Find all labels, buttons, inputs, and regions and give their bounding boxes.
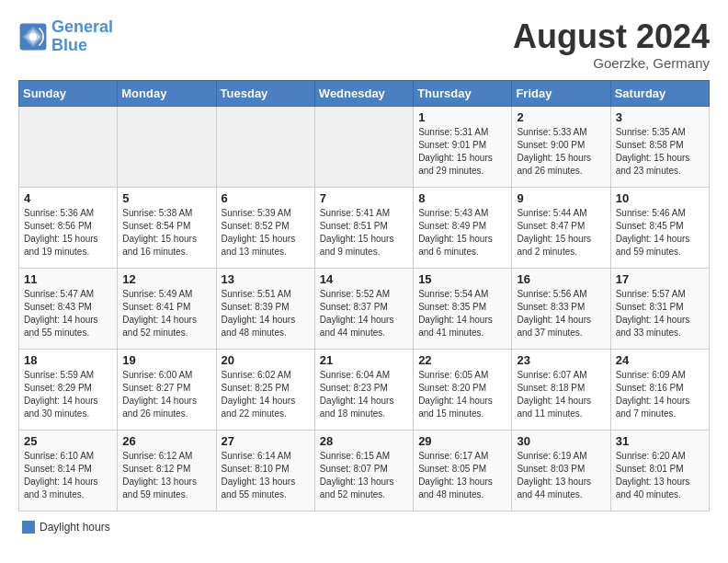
day-info: Sunrise: 6:04 AMSunset: 8:23 PMDaylight:… — [320, 369, 408, 420]
calendar-table: Sunday Monday Tuesday Wednesday Thursday… — [18, 80, 710, 511]
day-info: Sunrise: 5:59 AMSunset: 8:29 PMDaylight:… — [24, 369, 112, 420]
day-number: 13 — [222, 272, 310, 286]
logo-line1: General — [51, 17, 113, 36]
calendar-cell — [314, 106, 413, 187]
day-info: Sunrise: 5:51 AMSunset: 8:39 PMDaylight:… — [222, 288, 310, 339]
day-info: Sunrise: 5:39 AMSunset: 8:52 PMDaylight:… — [222, 207, 310, 259]
calendar-cell: 28Sunrise: 6:15 AMSunset: 8:07 PMDayligh… — [314, 430, 413, 511]
day-info: Sunrise: 5:38 AMSunset: 8:54 PMDaylight:… — [122, 207, 210, 259]
calendar-week-4: 25Sunrise: 6:10 AMSunset: 8:14 PMDayligh… — [19, 430, 710, 511]
title-block: August 2024 Goerzke, Germany — [513, 18, 710, 71]
day-number: 28 — [320, 434, 408, 448]
calendar-cell: 26Sunrise: 6:12 AMSunset: 8:12 PMDayligh… — [118, 430, 216, 511]
calendar-cell: 6Sunrise: 5:39 AMSunset: 8:52 PMDaylight… — [216, 187, 314, 268]
calendar-cell: 20Sunrise: 6:02 AMSunset: 8:25 PMDayligh… — [216, 349, 314, 430]
day-info: Sunrise: 5:52 AMSunset: 8:37 PMDaylight:… — [320, 288, 408, 339]
page-header: General Blue August 2024 Goerzke, German… — [18, 18, 710, 71]
col-monday: Monday — [118, 80, 216, 106]
calendar-cell: 11Sunrise: 5:47 AMSunset: 8:43 PMDayligh… — [19, 268, 118, 349]
calendar-cell: 3Sunrise: 5:35 AMSunset: 8:58 PMDaylight… — [610, 106, 709, 187]
day-number: 17 — [616, 272, 704, 286]
calendar-cell: 4Sunrise: 5:36 AMSunset: 8:56 PMDaylight… — [19, 187, 118, 268]
day-number: 30 — [517, 434, 605, 448]
calendar-cell: 31Sunrise: 6:20 AMSunset: 8:01 PMDayligh… — [610, 430, 709, 511]
day-number: 3 — [616, 110, 704, 124]
logo: General Blue — [18, 18, 113, 55]
calendar-cell: 1Sunrise: 5:31 AMSunset: 9:01 PMDaylight… — [414, 106, 512, 187]
day-number: 1 — [418, 110, 506, 124]
calendar-cell: 2Sunrise: 5:33 AMSunset: 9:00 PMDaylight… — [512, 106, 610, 187]
calendar-week-1: 4Sunrise: 5:36 AMSunset: 8:56 PMDaylight… — [19, 187, 710, 268]
day-info: Sunrise: 6:15 AMSunset: 8:07 PMDaylight:… — [320, 450, 408, 501]
day-number: 4 — [24, 191, 112, 205]
day-number: 15 — [418, 272, 506, 286]
day-info: Sunrise: 6:12 AMSunset: 8:12 PMDaylight:… — [122, 450, 210, 501]
calendar-cell: 16Sunrise: 5:56 AMSunset: 8:33 PMDayligh… — [512, 268, 610, 349]
day-info: Sunrise: 5:57 AMSunset: 8:31 PMDaylight:… — [616, 288, 704, 339]
day-number: 26 — [122, 434, 210, 448]
calendar-cell: 9Sunrise: 5:44 AMSunset: 8:47 PMDaylight… — [512, 187, 610, 268]
calendar-cell: 22Sunrise: 6:05 AMSunset: 8:20 PMDayligh… — [414, 349, 512, 430]
day-number: 9 — [517, 191, 605, 205]
logo-icon — [18, 22, 48, 52]
calendar-cell: 14Sunrise: 5:52 AMSunset: 8:37 PMDayligh… — [314, 268, 413, 349]
day-info: Sunrise: 5:46 AMSunset: 8:45 PMDaylight:… — [616, 207, 704, 259]
day-info: Sunrise: 6:02 AMSunset: 8:25 PMDaylight:… — [222, 369, 310, 420]
calendar-week-0: 1Sunrise: 5:31 AMSunset: 9:01 PMDaylight… — [19, 106, 710, 187]
day-info: Sunrise: 5:56 AMSunset: 8:33 PMDaylight:… — [517, 288, 605, 339]
calendar-cell — [19, 106, 118, 187]
day-info: Sunrise: 5:44 AMSunset: 8:47 PMDaylight:… — [517, 207, 605, 259]
day-info: Sunrise: 6:07 AMSunset: 8:18 PMDaylight:… — [517, 369, 605, 420]
calendar-cell: 7Sunrise: 5:41 AMSunset: 8:51 PMDaylight… — [314, 187, 413, 268]
calendar-week-3: 18Sunrise: 5:59 AMSunset: 8:29 PMDayligh… — [19, 349, 710, 430]
col-friday: Friday — [512, 80, 610, 106]
day-info: Sunrise: 6:10 AMSunset: 8:14 PMDaylight:… — [24, 450, 112, 501]
day-number: 29 — [418, 434, 506, 448]
day-number: 20 — [222, 353, 310, 367]
day-number: 7 — [320, 191, 408, 205]
day-info: Sunrise: 5:35 AMSunset: 8:58 PMDaylight:… — [616, 126, 704, 178]
day-number: 5 — [122, 191, 210, 205]
calendar-cell: 15Sunrise: 5:54 AMSunset: 8:35 PMDayligh… — [414, 268, 512, 349]
calendar-cell: 10Sunrise: 5:46 AMSunset: 8:45 PMDayligh… — [610, 187, 709, 268]
day-info: Sunrise: 5:33 AMSunset: 9:00 PMDaylight:… — [517, 126, 605, 178]
day-info: Sunrise: 6:17 AMSunset: 8:05 PMDaylight:… — [418, 450, 506, 501]
calendar-cell: 17Sunrise: 5:57 AMSunset: 8:31 PMDayligh… — [610, 268, 709, 349]
calendar-cell: 30Sunrise: 6:19 AMSunset: 8:03 PMDayligh… — [512, 430, 610, 511]
col-sunday: Sunday — [19, 80, 118, 106]
day-number: 11 — [24, 272, 112, 286]
day-info: Sunrise: 6:09 AMSunset: 8:16 PMDaylight:… — [616, 369, 704, 420]
day-number: 22 — [418, 353, 506, 367]
calendar-cell: 29Sunrise: 6:17 AMSunset: 8:05 PMDayligh… — [414, 430, 512, 511]
logo-text: General Blue — [51, 18, 113, 55]
calendar-cell: 19Sunrise: 6:00 AMSunset: 8:27 PMDayligh… — [118, 349, 216, 430]
legend-item-daylight: Daylight hours — [22, 521, 110, 534]
calendar-cell: 13Sunrise: 5:51 AMSunset: 8:39 PMDayligh… — [216, 268, 314, 349]
calendar-cell: 8Sunrise: 5:43 AMSunset: 8:49 PMDaylight… — [414, 187, 512, 268]
day-info: Sunrise: 5:49 AMSunset: 8:41 PMDaylight:… — [122, 288, 210, 339]
day-info: Sunrise: 6:05 AMSunset: 8:20 PMDaylight:… — [418, 369, 506, 420]
day-number: 8 — [418, 191, 506, 205]
day-info: Sunrise: 5:31 AMSunset: 9:01 PMDaylight:… — [418, 126, 506, 178]
day-info: Sunrise: 6:14 AMSunset: 8:10 PMDaylight:… — [222, 450, 310, 501]
day-number: 2 — [517, 110, 605, 124]
calendar-cell — [216, 106, 314, 187]
day-number: 23 — [517, 353, 605, 367]
day-info: Sunrise: 6:20 AMSunset: 8:01 PMDaylight:… — [616, 450, 704, 501]
day-number: 19 — [122, 353, 210, 367]
calendar-cell: 5Sunrise: 5:38 AMSunset: 8:54 PMDaylight… — [118, 187, 216, 268]
calendar-cell: 12Sunrise: 5:49 AMSunset: 8:41 PMDayligh… — [118, 268, 216, 349]
col-wednesday: Wednesday — [314, 80, 413, 106]
calendar-cell: 23Sunrise: 6:07 AMSunset: 8:18 PMDayligh… — [512, 349, 610, 430]
day-info: Sunrise: 6:19 AMSunset: 8:03 PMDaylight:… — [517, 450, 605, 501]
header-row: Sunday Monday Tuesday Wednesday Thursday… — [19, 80, 710, 106]
day-number: 12 — [122, 272, 210, 286]
logo-line2: Blue — [51, 36, 87, 54]
day-number: 16 — [517, 272, 605, 286]
legend: Daylight hours — [18, 517, 710, 537]
day-number: 18 — [24, 353, 112, 367]
col-tuesday: Tuesday — [216, 80, 314, 106]
legend-color-daylight — [22, 521, 35, 534]
calendar-cell: 24Sunrise: 6:09 AMSunset: 8:16 PMDayligh… — [610, 349, 709, 430]
day-info: Sunrise: 5:41 AMSunset: 8:51 PMDaylight:… — [320, 207, 408, 259]
